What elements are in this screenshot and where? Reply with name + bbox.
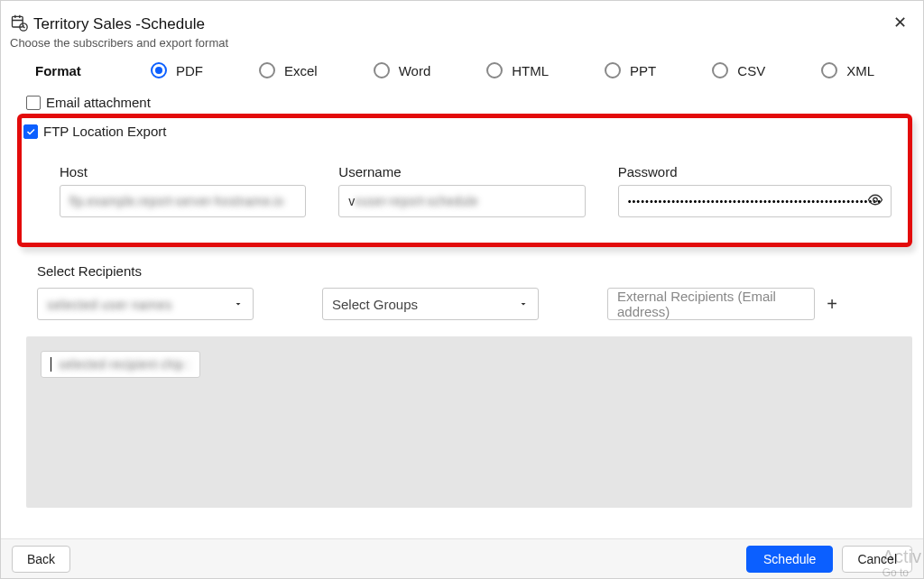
radio-icon xyxy=(151,62,167,78)
format-option-label: Word xyxy=(399,63,431,78)
dialog-subtitle: Choose the subscribers and export format xyxy=(10,36,909,50)
schedule-button[interactable]: Schedule xyxy=(746,546,833,573)
format-radio-ppt[interactable]: PPT xyxy=(605,62,656,78)
email-attachment-checkbox[interactable] xyxy=(26,96,41,110)
chevron-down-icon xyxy=(518,297,529,312)
svg-rect-0 xyxy=(13,16,23,27)
dialog-header: Territory Sales -Schedule Choose the sub… xyxy=(1,1,923,59)
external-recipients-wrap: External Recipients (Email address) + xyxy=(607,288,842,320)
format-radio-xml[interactable]: XML xyxy=(821,62,874,78)
chevron-down-icon xyxy=(233,297,244,312)
email-attachment-label: Email attachment xyxy=(46,95,151,110)
format-radio-group: PDFExcelWordHTMLPPTCSVXML xyxy=(151,62,874,78)
format-option-label: PDF xyxy=(176,63,203,78)
add-recipient-plus-icon[interactable]: + xyxy=(822,294,842,314)
ftp-password-input[interactable]: ••••••••••••••••••••••••••••••••••••••••… xyxy=(618,185,892,217)
ftp-highlight-box: FTP Location Export Host ftp.example.rep… xyxy=(17,114,912,247)
ftp-username-input[interactable]: vvuser-report-schedule xyxy=(338,185,585,217)
ftp-export-row: FTP Location Export xyxy=(23,124,901,139)
format-option-label: XML xyxy=(846,63,874,78)
ftp-username-field: Username vvuser-report-schedule xyxy=(338,164,585,217)
external-recipients-input[interactable]: External Recipients (Email address) xyxy=(607,288,815,320)
ftp-password-label: Password xyxy=(618,164,892,179)
dialog-body-scroll[interactable]: Format PDFExcelWordHTMLPPTCSVXML Email a… xyxy=(1,51,923,538)
recipients-chip-area[interactable]: selected recipient chip : xyxy=(26,336,912,508)
select-users-dropdown[interactable]: selected user names xyxy=(37,288,254,320)
ftp-export-label: FTP Location Export xyxy=(43,124,166,139)
format-row: Format PDFExcelWordHTMLPPTCSVXML xyxy=(26,51,912,93)
select-recipients-label: Select Recipients xyxy=(37,263,912,279)
calendar-schedule-icon xyxy=(10,14,28,34)
format-option-label: CSV xyxy=(737,63,765,78)
svg-point-2 xyxy=(873,198,878,202)
format-option-label: Excel xyxy=(284,63,318,78)
dialog-title: Territory Sales -Schedule xyxy=(33,15,205,33)
radio-icon xyxy=(712,62,728,78)
ftp-username-label: Username xyxy=(338,164,585,179)
format-radio-excel[interactable]: Excel xyxy=(259,62,318,78)
select-groups-dropdown[interactable]: Select Groups xyxy=(322,288,539,320)
dialog-footer: Back Schedule Cancel xyxy=(1,538,923,578)
radio-icon xyxy=(486,62,503,78)
radio-icon xyxy=(374,62,390,78)
recipient-chip[interactable]: selected recipient chip : xyxy=(41,351,200,378)
text-cursor xyxy=(51,357,51,372)
format-option-label: HTML xyxy=(512,63,549,78)
back-button[interactable]: Back xyxy=(12,546,70,573)
format-label: Format xyxy=(35,63,89,78)
ftp-host-label: Host xyxy=(60,164,306,179)
format-radio-csv[interactable]: CSV xyxy=(712,62,765,78)
ftp-host-field: Host ftp.example.report-server-hostname.… xyxy=(60,164,306,217)
format-option-label: PPT xyxy=(630,63,656,78)
radio-icon xyxy=(821,62,837,78)
email-attachment-row: Email attachment xyxy=(26,95,912,110)
recipients-row: selected user names Select Groups Extern… xyxy=(26,288,912,320)
format-radio-pdf[interactable]: PDF xyxy=(151,62,203,78)
radio-icon xyxy=(259,62,275,78)
cancel-button[interactable]: Cancel xyxy=(842,546,912,573)
close-icon[interactable]: ✕ xyxy=(891,14,909,32)
ftp-password-field: Password •••••••••••••••••••••••••••••••… xyxy=(618,164,892,217)
radio-icon xyxy=(605,62,621,78)
format-radio-word[interactable]: Word xyxy=(374,62,431,78)
eye-icon[interactable] xyxy=(867,192,883,211)
ftp-export-checkbox[interactable] xyxy=(23,124,38,139)
format-radio-html[interactable]: HTML xyxy=(486,62,549,78)
ftp-host-input[interactable]: ftp.example.report-server-hostname.io xyxy=(60,185,306,217)
